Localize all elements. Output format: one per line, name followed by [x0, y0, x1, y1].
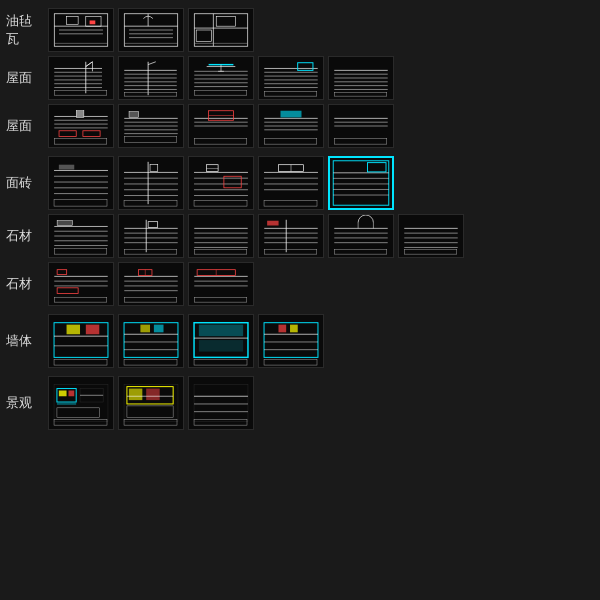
- svg-rect-227: [127, 406, 173, 418]
- svg-rect-168: [404, 249, 457, 254]
- svg-rect-96: [59, 165, 74, 170]
- main-container: 油毡瓦 屋面: [0, 0, 600, 600]
- svg-rect-215: [59, 390, 67, 396]
- svg-rect-191: [67, 325, 80, 335]
- thumb-t22[interactable]: [258, 214, 324, 258]
- thumb-t18[interactable]: [328, 156, 394, 210]
- thumbs-oil-tile: [48, 8, 254, 52]
- thumb-t26[interactable]: [118, 262, 184, 306]
- svg-rect-142: [124, 249, 177, 254]
- label-roof2: 屋面: [6, 117, 44, 135]
- label-wall: 墙体: [6, 332, 44, 350]
- thumbs-roof2: [48, 104, 394, 148]
- thumb-t8[interactable]: [328, 56, 394, 100]
- thumb-t10[interactable]: [118, 104, 184, 148]
- svg-rect-141: [148, 222, 158, 228]
- thumbs-stone1: [48, 214, 464, 258]
- svg-rect-174: [54, 297, 107, 302]
- thumb-t21[interactable]: [188, 214, 254, 258]
- thumb-t23[interactable]: [328, 214, 394, 258]
- svg-rect-29: [54, 90, 107, 95]
- thumb-t20[interactable]: [118, 214, 184, 258]
- svg-rect-205: [194, 359, 247, 365]
- thumb-t27[interactable]: [188, 262, 254, 306]
- row-stone1: 石材: [6, 214, 594, 258]
- label-stone1: 石材: [6, 227, 44, 245]
- thumb-t15[interactable]: [118, 156, 184, 210]
- row-tile: 面砖: [6, 156, 594, 210]
- thumb-t29[interactable]: [118, 314, 184, 368]
- svg-rect-67: [83, 131, 100, 137]
- thumb-t30[interactable]: [188, 314, 254, 368]
- svg-rect-154: [267, 221, 278, 226]
- thumbs-tile: [48, 156, 394, 210]
- row-roof1: 屋面: [6, 56, 594, 100]
- svg-rect-85: [281, 111, 302, 118]
- thumbs-roof1: [48, 56, 394, 100]
- svg-rect-105: [124, 200, 177, 206]
- thumb-t6[interactable]: [188, 56, 254, 100]
- thumb-t1[interactable]: [48, 8, 114, 52]
- thumb-t12[interactable]: [258, 104, 324, 148]
- thumb-t11[interactable]: [188, 104, 254, 148]
- label-oil-tile: 油毡瓦: [6, 12, 44, 48]
- svg-rect-188: [54, 323, 108, 358]
- svg-rect-187: [194, 297, 247, 302]
- thumb-t5[interactable]: [118, 56, 184, 100]
- svg-rect-121: [264, 200, 317, 206]
- thumb-t9[interactable]: [48, 104, 114, 148]
- svg-rect-216: [68, 390, 74, 396]
- svg-rect-97: [54, 199, 107, 206]
- svg-rect-73: [124, 137, 177, 143]
- label-roof1: 屋面: [6, 69, 44, 87]
- svg-rect-228: [124, 419, 177, 425]
- svg-rect-65: [54, 138, 107, 144]
- thumb-t31[interactable]: [258, 314, 324, 368]
- label-tile: 面砖: [6, 174, 44, 192]
- svg-rect-233: [194, 419, 247, 425]
- thumb-t24[interactable]: [398, 214, 464, 258]
- svg-rect-162: [334, 249, 387, 254]
- svg-rect-38: [124, 92, 177, 96]
- svg-rect-181: [124, 297, 177, 302]
- thumbs-landscape: [48, 376, 254, 430]
- thumb-t7[interactable]: [258, 56, 324, 100]
- svg-rect-200: [124, 359, 177, 365]
- svg-rect-20: [196, 30, 211, 41]
- svg-rect-225: [146, 389, 159, 401]
- svg-rect-80: [194, 138, 247, 144]
- svg-rect-193: [54, 359, 107, 365]
- thumb-t14[interactable]: [48, 156, 114, 210]
- thumbs-wall: [48, 314, 324, 368]
- svg-rect-111: [207, 165, 219, 172]
- svg-rect-224: [129, 389, 142, 401]
- thumb-t2[interactable]: [118, 8, 184, 52]
- thumb-t28[interactable]: [48, 314, 114, 368]
- svg-rect-104: [150, 165, 158, 172]
- svg-rect-173: [57, 288, 78, 294]
- thumb-t17[interactable]: [258, 156, 324, 210]
- svg-rect-128: [367, 163, 386, 172]
- thumb-t25[interactable]: [48, 262, 114, 306]
- thumb-t13[interactable]: [328, 104, 394, 148]
- label-landscape: 景观: [6, 394, 44, 412]
- thumb-t32[interactable]: [48, 376, 114, 430]
- svg-rect-113: [194, 200, 247, 206]
- row-oil-tile: 油毡瓦: [6, 8, 594, 52]
- row-wall: 墙体: [6, 314, 594, 368]
- svg-rect-220: [57, 408, 99, 418]
- svg-rect-7: [90, 20, 96, 24]
- thumb-t3[interactable]: [188, 8, 254, 52]
- svg-rect-51: [298, 63, 313, 71]
- svg-rect-203: [199, 325, 243, 337]
- svg-rect-2: [67, 17, 78, 25]
- row-landscape: 景观: [6, 376, 594, 430]
- thumb-t34[interactable]: [188, 376, 254, 430]
- svg-rect-194: [124, 323, 178, 358]
- thumb-t16[interactable]: [188, 156, 254, 210]
- svg-rect-52: [264, 91, 317, 96]
- thumb-t33[interactable]: [118, 376, 184, 430]
- thumb-t19[interactable]: [48, 214, 114, 258]
- svg-rect-90: [334, 138, 387, 144]
- thumb-t4[interactable]: [48, 56, 114, 100]
